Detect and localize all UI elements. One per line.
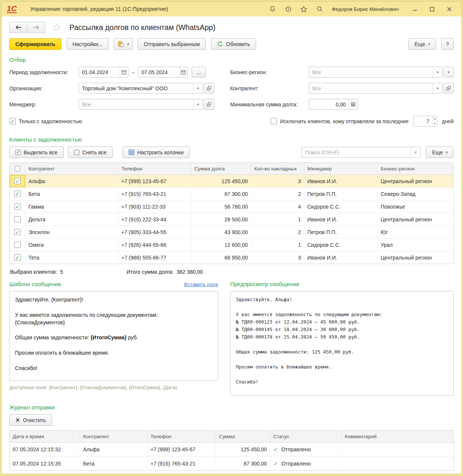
- cell-debt: 26 500,00: [191, 213, 251, 225]
- region-list-chevron-icon[interactable]: ▾: [444, 67, 454, 78]
- maximize-button[interactable]: [425, 4, 439, 14]
- log-row[interactable]: 07.05.2024 12:15:35 Бета +7 (915) 765-43…: [10, 457, 453, 470]
- exclude-days-input[interactable]: [414, 118, 432, 124]
- generate-button[interactable]: Сформировать: [9, 38, 61, 50]
- search-field[interactable]: ×: [302, 147, 421, 158]
- cell-invoices: 2: [251, 226, 304, 238]
- calendar-icon[interactable]: [120, 67, 128, 77]
- number-spinner[interactable]: ▲▼: [432, 116, 437, 126]
- row-checkbox[interactable]: [14, 254, 21, 261]
- counterparty-label: Контрагент:: [230, 85, 309, 91]
- notifications-bell-icon[interactable]: [266, 4, 279, 14]
- settings-button[interactable]: Настройки...: [67, 38, 109, 50]
- col-counterparty[interactable]: Контрагент: [80, 431, 147, 442]
- row-checkbox[interactable]: [14, 216, 21, 222]
- col-comment[interactable]: Комментарий: [342, 431, 453, 442]
- period-to-input[interactable]: [138, 69, 179, 75]
- chevron-down-icon[interactable]: ▾: [193, 99, 202, 109]
- select-all-button[interactable]: Выделить все: [9, 146, 64, 158]
- row-checkbox[interactable]: [14, 178, 21, 184]
- close-button[interactable]: [442, 4, 456, 14]
- exclude-clients-checkbox[interactable]: [271, 118, 277, 124]
- clear-log-button[interactable]: ✕ Очистить: [9, 414, 52, 426]
- col-status[interactable]: Статус: [270, 431, 342, 442]
- row-checkbox[interactable]: [14, 191, 21, 197]
- insert-field-link[interactable]: Вставить поле: [184, 282, 218, 287]
- col-phone[interactable]: Телефон: [147, 431, 216, 442]
- col-debt[interactable]: Сумма долга: [191, 163, 251, 175]
- organization-input[interactable]: [79, 85, 193, 91]
- table-row[interactable]: Тета +7 (988) 555-66-77 68 950,00 3 Иван…: [10, 251, 453, 264]
- chevron-down-icon[interactable]: ▾: [433, 67, 442, 77]
- page-favorite-star-icon[interactable]: ☆: [52, 22, 61, 33]
- table-row[interactable]: Гамма +7 (903) 111-22-33 56 780,00 4 Сид…: [10, 200, 453, 213]
- selected-count-label: Выбрано клиентов:: [10, 269, 57, 275]
- open-counterparty-icon[interactable]: [444, 83, 454, 94]
- exclude-clients-label[interactable]: Исключать клиентов, кому отправляли за п…: [280, 118, 408, 124]
- col-sum[interactable]: Сумма: [216, 431, 270, 442]
- period-from-field[interactable]: [79, 67, 128, 78]
- row-checkbox[interactable]: [14, 229, 21, 235]
- row-checkbox[interactable]: [14, 203, 21, 210]
- minimize-button[interactable]: [408, 4, 422, 14]
- paste-clipboard-button[interactable]: ▾: [114, 38, 132, 50]
- clear-search-icon[interactable]: ×: [410, 147, 420, 157]
- calculator-icon[interactable]: [349, 99, 357, 109]
- manager-input[interactable]: [79, 101, 193, 107]
- open-organization-icon[interactable]: [204, 83, 214, 94]
- 1c-logo: 1С: [7, 5, 17, 13]
- counterparty-field[interactable]: ▾: [309, 83, 442, 94]
- deselect-all-button[interactable]: Снять все: [68, 146, 113, 158]
- chevron-down-icon[interactable]: ▾: [193, 83, 202, 93]
- only-debt-label[interactable]: Только с задолженностью: [19, 118, 82, 124]
- configure-columns-button[interactable]: Настроить колонки: [122, 146, 190, 158]
- more-button[interactable]: Еще▾: [408, 38, 436, 50]
- only-debt-checkbox[interactable]: [9, 118, 16, 124]
- organization-field[interactable]: ▾: [79, 83, 203, 94]
- col-datetime[interactable]: Дата и время: [10, 431, 80, 442]
- col-counterparty[interactable]: Контрагент: [25, 163, 118, 175]
- current-user[interactable]: Федоров Борис Михайлович: [332, 6, 399, 12]
- region-input[interactable]: [309, 69, 433, 75]
- chevron-down-icon[interactable]: ▾: [433, 83, 442, 93]
- client-search-input[interactable]: [302, 149, 410, 155]
- log-row[interactable]: 07.05.2024 12:15:32 Альфа +7 (999) 123-4…: [10, 443, 453, 457]
- forward-button[interactable]: [27, 22, 45, 33]
- favorites-star-icon[interactable]: [298, 4, 310, 14]
- table-row[interactable]: Омега +7 (926) 444-55-66 12 600,00 1 Сид…: [10, 239, 453, 251]
- message-template-textarea[interactable]: Здравствуйте, {Контрагент}! У вас имеетс…: [9, 291, 218, 381]
- period-more-button[interactable]: ...: [192, 67, 206, 78]
- spin-up-icon: ▲: [433, 116, 437, 121]
- table-row[interactable]: Дельта +7 (916) 222-33-44 26 500,00 1 Ив…: [10, 213, 453, 226]
- period-from-input[interactable]: [79, 69, 120, 75]
- table-row[interactable]: Бета +7 (915) 765-43-21 87 300,00 2 Петр…: [10, 188, 453, 200]
- min-debt-input[interactable]: [309, 101, 349, 107]
- search-icon[interactable]: [313, 4, 326, 14]
- select-all-header-checkbox[interactable]: [15, 166, 20, 172]
- history-icon[interactable]: [282, 4, 295, 14]
- manager-field[interactable]: ▾: [79, 99, 203, 110]
- calendar-icon[interactable]: [179, 67, 188, 77]
- open-manager-icon[interactable]: [204, 99, 214, 110]
- exclude-days-field[interactable]: ▲▼: [414, 116, 437, 127]
- table-row[interactable]: Эпсилон +7 (905) 333-44-55 43 900,00 2 П…: [10, 226, 453, 239]
- counterparty-input[interactable]: [309, 85, 433, 91]
- refresh-button[interactable]: Обновить: [211, 38, 256, 50]
- min-debt-field[interactable]: [309, 99, 357, 110]
- col-manager[interactable]: Менеджер: [304, 163, 378, 175]
- cell-debt: 68 950,00: [191, 251, 251, 264]
- table-row[interactable]: Альфа +7 (999) 123-45-67 125 450,00 3 Ив…: [10, 175, 453, 188]
- cell-counterparty: Гамма: [25, 200, 118, 213]
- region-field[interactable]: ▾: [309, 67, 442, 78]
- col-invoices[interactable]: Кол-во накладных: [251, 163, 304, 175]
- col-phone[interactable]: Телефон: [118, 163, 191, 175]
- selected-count-value: 5: [60, 269, 63, 275]
- col-region[interactable]: Бизнес-регион: [378, 163, 453, 175]
- row-checkbox[interactable]: [14, 242, 21, 248]
- help-button[interactable]: ?: [441, 38, 454, 50]
- send-selected-button[interactable]: Отправить выбранным: [138, 38, 206, 50]
- cell-region: Центральный регион: [378, 251, 453, 264]
- clients-more-button[interactable]: Еще▾: [426, 146, 454, 158]
- period-to-field[interactable]: [138, 67, 188, 78]
- back-button[interactable]: [9, 22, 27, 33]
